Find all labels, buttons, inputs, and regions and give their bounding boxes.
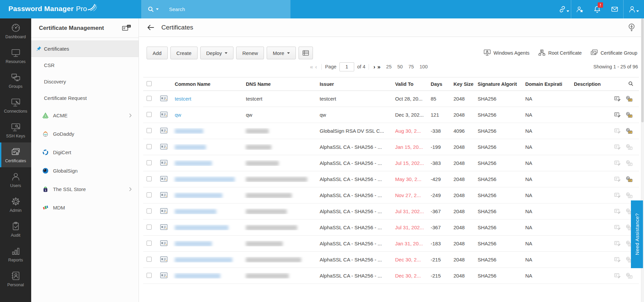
search-icon[interactable] bbox=[147, 6, 154, 13]
submenu-item-godaddy[interactable]: GoDaddy bbox=[31, 125, 139, 143]
submenu-item-certificate-request[interactable]: Certificate Request bbox=[31, 90, 139, 106]
prev-page-button[interactable]: ‹ bbox=[314, 64, 318, 70]
lightbulb-icon[interactable] bbox=[627, 23, 636, 32]
sidebar-item-reports[interactable]: Reports bbox=[0, 242, 31, 266]
row-checkbox[interactable] bbox=[147, 273, 152, 278]
table-row[interactable]: AlphaSSL CA - SHA256 - ...Dec 30, 2...-2… bbox=[143, 252, 639, 268]
certificate-lock-icon[interactable] bbox=[626, 112, 633, 118]
deploy-button[interactable]: Deploy bbox=[200, 47, 234, 59]
col-domain-expiration[interactable]: Domain Expirati bbox=[522, 81, 571, 87]
edit-certificate-icon[interactable] bbox=[614, 112, 621, 118]
row-checkbox[interactable] bbox=[147, 160, 152, 165]
need-assistance-tab[interactable]: Need Assistance? bbox=[631, 200, 643, 268]
mail-icon[interactable] bbox=[606, 0, 623, 18]
col-days[interactable]: Days bbox=[427, 81, 450, 87]
submenu-item-the-ssl-store[interactable]: 1The SSL Store bbox=[31, 180, 139, 198]
add-button[interactable]: Add bbox=[147, 47, 168, 59]
edit-certificate-icon[interactable] bbox=[614, 176, 621, 182]
table-row[interactable]: qwqwqwDec 3, 202...1212048SHA256NA bbox=[143, 107, 639, 123]
row-checkbox[interactable] bbox=[147, 192, 152, 197]
edit-certificate-icon[interactable] bbox=[614, 160, 621, 166]
page-input[interactable] bbox=[339, 62, 354, 71]
submenu-item-digicert[interactable]: DigiCert bbox=[31, 143, 139, 162]
vertical-scrollbar-thumb[interactable] bbox=[641, 18, 644, 122]
submenu-item-globalsign[interactable]: GlobalSign bbox=[31, 162, 139, 180]
row-checkbox[interactable] bbox=[147, 241, 152, 246]
col-valid-to[interactable]: Valid To bbox=[392, 81, 427, 87]
list-view-button[interactable] bbox=[299, 47, 313, 59]
account-icon[interactable] bbox=[623, 0, 641, 18]
back-arrow-icon[interactable] bbox=[147, 24, 155, 31]
table-row[interactable]: AlphaSSL CA - SHA256 - ...Dec 30, 2...-2… bbox=[143, 268, 639, 284]
table-row[interactable]: testcerttestcerttestcertOct 28, 20...852… bbox=[143, 91, 639, 107]
row-checkbox[interactable] bbox=[147, 257, 152, 262]
col-signature-algorithm[interactable]: Signature Algorit bbox=[474, 81, 522, 87]
sidebar-item-dashboard[interactable]: Dashboard bbox=[0, 18, 31, 43]
sidebar-item-audit[interactable]: Audit bbox=[0, 217, 31, 242]
edit-certificate-icon[interactable] bbox=[614, 273, 621, 279]
sidebar-item-users[interactable]: Users bbox=[0, 167, 31, 192]
submenu-item-discovery[interactable]: Discovery bbox=[31, 73, 139, 90]
sidebar-item-certificates[interactable]: Certificates bbox=[0, 142, 31, 167]
windows-agents-link[interactable]: Windows Agents bbox=[484, 49, 529, 57]
page-size-75[interactable]: 75 bbox=[409, 64, 414, 69]
table-row[interactable]: AlphaSSL CA - SHA256 - ...Jan 31, 20...-… bbox=[143, 236, 639, 252]
certificate-lock-icon[interactable] bbox=[626, 96, 633, 102]
edit-certificate-icon[interactable] bbox=[614, 96, 621, 102]
page-size-100[interactable]: 100 bbox=[420, 64, 428, 69]
more-button[interactable]: More bbox=[267, 47, 296, 59]
renew-button[interactable]: Renew bbox=[236, 47, 264, 59]
col-issuer[interactable]: Issuer bbox=[316, 81, 392, 87]
submenu-item-csr[interactable]: CSR bbox=[31, 57, 139, 73]
page-size-25[interactable]: 25 bbox=[386, 64, 391, 69]
edit-certificate-icon[interactable] bbox=[614, 224, 621, 231]
create-button[interactable]: Create bbox=[170, 47, 198, 59]
col-key-size[interactable]: Key Size bbox=[450, 81, 474, 87]
first-page-button[interactable]: « bbox=[309, 64, 314, 70]
sidebar-item-groups[interactable]: Groups bbox=[0, 68, 31, 93]
certificate-lock-icon[interactable] bbox=[626, 144, 633, 150]
common-name-link[interactable]: testcert bbox=[175, 96, 191, 102]
sidebar-item-resources[interactable]: Resources bbox=[0, 43, 31, 68]
app-logo[interactable]: Password Manager Pro bbox=[0, 5, 98, 14]
certificate-lock-icon[interactable] bbox=[626, 176, 633, 182]
certificate-lock-icon[interactable] bbox=[626, 160, 633, 166]
row-checkbox[interactable] bbox=[147, 96, 152, 101]
edit-certificate-icon[interactable] bbox=[614, 192, 621, 198]
edit-certificate-icon[interactable] bbox=[614, 256, 621, 263]
table-row[interactable]: AlphaSSL CA - SHA256 - ...Nov 27, 2...-2… bbox=[143, 187, 639, 203]
sidebar-item-connections[interactable]: Connections bbox=[0, 93, 31, 118]
col-description[interactable]: Description bbox=[571, 81, 611, 87]
sidebar-item-ssh-keys[interactable]: SSH Keys bbox=[0, 118, 31, 142]
certificate-group-link[interactable]: Certificate Group bbox=[591, 49, 637, 57]
notification-bell-icon[interactable]: ! bbox=[588, 0, 606, 18]
table-search-icon[interactable] bbox=[628, 81, 634, 87]
submenu-item-acme[interactable]: ACME bbox=[31, 106, 139, 125]
row-checkbox[interactable] bbox=[147, 112, 152, 117]
link-icon[interactable] bbox=[553, 0, 571, 18]
submenu-item-mdm[interactable]: MDM bbox=[31, 198, 139, 217]
edit-certificate-icon[interactable] bbox=[614, 128, 621, 134]
sidebar-item-personal[interactable]: Personal bbox=[0, 266, 31, 291]
submenu-item-certificates[interactable]: Certificates bbox=[31, 41, 139, 57]
user-star-icon[interactable] bbox=[571, 0, 588, 18]
last-page-button[interactable]: » bbox=[376, 64, 381, 70]
search-scope-caret-icon[interactable] bbox=[156, 8, 159, 10]
certificate-lock-icon[interactable] bbox=[626, 273, 633, 279]
table-row[interactable]: AlphaSSL CA - SHA256 - ...Jul 31, 202...… bbox=[143, 220, 639, 236]
row-checkbox[interactable] bbox=[147, 208, 152, 214]
edit-certificate-icon[interactable] bbox=[614, 240, 621, 247]
col-common-name[interactable]: Common Name bbox=[171, 81, 243, 87]
row-checkbox[interactable] bbox=[147, 176, 152, 181]
global-search[interactable]: Search bbox=[141, 0, 290, 18]
table-row[interactable]: AlphaSSL CA - SHA256 - ...Jul 31, 202...… bbox=[143, 203, 639, 220]
table-row[interactable]: AlphaSSL CA - SHA256 - ...Jul 15, 202...… bbox=[143, 155, 639, 171]
table-row[interactable]: AlphaSSL CA - SHA256 - ...Jan 15, 20...-… bbox=[143, 139, 639, 155]
page-size-50[interactable]: 50 bbox=[397, 64, 402, 69]
certificate-lock-icon[interactable] bbox=[626, 192, 633, 198]
table-row[interactable]: AlphaSSL CA - SHA256 - ...May 30, 2...-4… bbox=[143, 171, 639, 187]
row-checkbox[interactable] bbox=[147, 128, 152, 133]
sidebar-item-admin[interactable]: Admin bbox=[0, 192, 31, 217]
root-certificate-link[interactable]: Root Certificate bbox=[538, 49, 582, 57]
select-all-checkbox[interactable] bbox=[147, 81, 152, 86]
